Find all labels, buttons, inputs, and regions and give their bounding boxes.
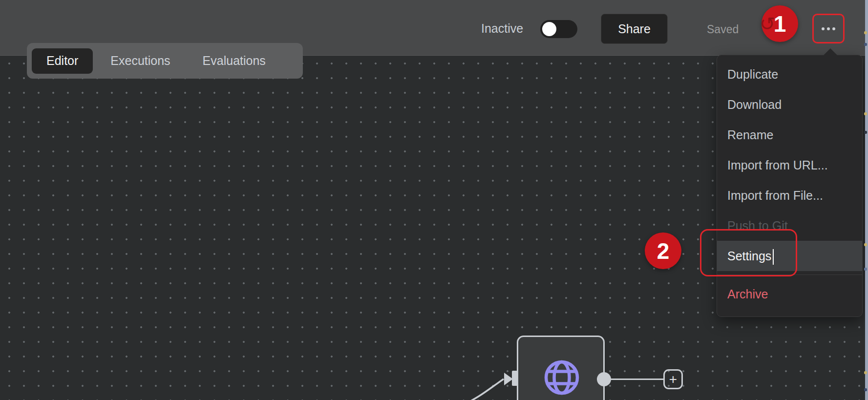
undo-icon: ↺	[760, 13, 775, 35]
edge-glyph	[864, 268, 867, 271]
menu-item-download[interactable]: Download	[717, 89, 862, 120]
output-wire	[611, 379, 663, 380]
tab-evaluations[interactable]: Evaluations	[188, 48, 280, 74]
globe-icon	[543, 359, 580, 396]
annotation-step-badge-2: 2	[645, 232, 681, 269]
edge-glyph	[864, 131, 867, 134]
workflow-active-toggle[interactable]	[540, 20, 577, 38]
annotation-step-badge-1: ↺ 1	[762, 5, 798, 42]
adjacent-window-edge	[865, 0, 868, 400]
tab-editor[interactable]: Editor	[32, 48, 93, 74]
edge-glyph	[864, 43, 867, 46]
view-tabs: Editor Executions Evaluations	[27, 43, 303, 79]
tab-executions[interactable]: Executions	[96, 48, 185, 74]
edge-glyph	[864, 31, 867, 34]
workflow-options-menu: Duplicate Download Rename Import from UR…	[717, 55, 863, 317]
edge-glyph	[864, 112, 867, 115]
menu-item-import-file[interactable]: Import from File...	[717, 180, 862, 211]
activation-status-label: Inactive	[481, 21, 523, 36]
node-output-port[interactable]	[597, 372, 611, 386]
edge-glyph	[864, 388, 867, 391]
menu-item-import-url[interactable]: Import from URL...	[717, 150, 862, 180]
add-node-button[interactable]: +	[663, 369, 683, 389]
share-button[interactable]: Share	[601, 14, 668, 44]
menu-caret-icon	[824, 48, 837, 55]
workflow-editor-app: + Inactive Share Saved Editor Executions…	[0, 0, 868, 400]
menu-item-archive[interactable]: Archive	[717, 279, 862, 309]
toggle-knob	[542, 22, 556, 36]
annotation-highlight-more-button	[812, 14, 845, 43]
plus-icon: +	[669, 373, 677, 386]
saved-status: Saved	[707, 23, 739, 36]
menu-item-duplicate[interactable]: Duplicate	[717, 59, 862, 89]
edge-glyph	[864, 243, 867, 246]
edge-glyph	[864, 371, 867, 374]
annotation-highlight-settings	[700, 229, 797, 276]
menu-item-rename[interactable]: Rename	[717, 120, 862, 150]
